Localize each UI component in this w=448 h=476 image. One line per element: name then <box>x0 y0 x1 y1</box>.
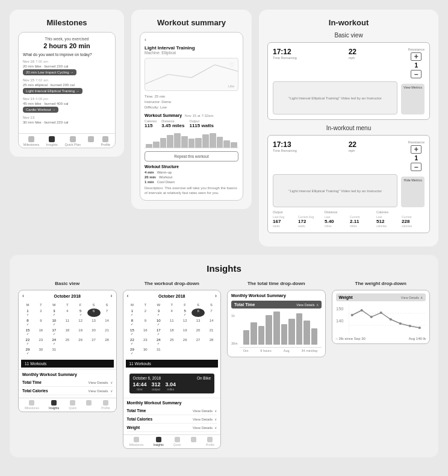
iw-calories-metric: Calories Last 512 calories Current 228 c… <box>376 210 425 228</box>
pbn-profile-2[interactable]: Profile <box>206 437 214 446</box>
milestone-btn-3[interactable]: Cardio Workout → <box>23 107 58 113</box>
summary-section-1: Monthly Workout Summary Total Time View … <box>19 369 116 398</box>
iw-menu-content: "Light Interval Elliptical Training" Vid… <box>273 174 425 207</box>
milestone-btn-1[interactable]: 20 min Low Impact Cycling → <box>23 69 76 75</box>
pbn-milestones-2[interactable]: Milestones <box>129 437 144 446</box>
pbn-2: Milestones Insights Quick Profile <box>123 434 221 448</box>
stat-output: Output 1115 watts <box>189 119 213 128</box>
hide-metrics-btn[interactable]: Hide Metrics <box>401 177 425 207</box>
milestone-entry-1: Nov 16 7:00 am 20 min bike · burned 230 … <box>23 60 111 75</box>
svg-line-0 <box>145 75 169 84</box>
workout-desc: Description: This exercise will take you… <box>145 186 238 196</box>
pbn-1: Milestones Insights Quick Profile <box>19 398 116 412</box>
cal-next-1[interactable]: › <box>110 293 112 299</box>
summary-section-2: Monthly Workout Summary Total Time View … <box>123 398 221 434</box>
structure-title: Workout Structure <box>145 164 238 169</box>
milestone-btn-2[interactable]: Light Interval Elliptical Training → <box>23 88 82 94</box>
calendar-grid-1: MTWTFSS123456789101112131415161718192021… <box>19 301 116 358</box>
insights-row: Basic view ‹ October 2018 › MTWTFSS12345… <box>18 281 430 449</box>
insights-totaltime-phone: Monthly Workout Summary Total Time View … <box>227 290 326 357</box>
cal-prev-2[interactable]: ‹ <box>127 293 129 299</box>
svg-line-1 <box>169 75 192 78</box>
insights-workout-title: The workout drop-down <box>123 281 222 286</box>
milestone-entry-3: Nov 14 4:08 pm 45 min bike · burned 400 … <box>23 97 111 113</box>
ws-section: Workout Summary Nov 15 at 7:32am <box>145 113 238 117</box>
iw-basic-content: "Light Interval Elliptical Training" Vid… <box>273 81 425 114</box>
weight-header: Weight View Details ∧ <box>336 293 426 301</box>
cal-prev-1[interactable]: ‹ <box>22 293 24 299</box>
workout-detail-panel: October 6, 2018 On Bike 14:44 time 312 <box>129 374 215 393</box>
weight-footer: – 2lb since Sep 30 Avg 149 lb <box>336 337 426 340</box>
iw-basic-time: 17:12 Time Remaining <box>273 48 297 60</box>
pbn-quick[interactable]: Quick <box>69 400 76 410</box>
total-calories-row-2: Total Calories View Details ∨ <box>127 415 217 424</box>
insights-weight-title: The weight drop-down <box>332 281 431 286</box>
like-label: Like <box>228 84 234 88</box>
iw-distance-metric: Distance Last 5.40 miles Current 2.11 mi… <box>325 210 373 228</box>
svg-line-3 <box>215 65 238 72</box>
time-chart-container: 1h 30m Oct 9 hours Aug 34 min/day <box>231 312 322 354</box>
milestone-desc-3: 45 min bike · burned 400 cal <box>23 102 111 105</box>
chart-x-labels: Oct 9 hours Aug 34 min/day <box>240 348 322 354</box>
structure-workout: 20 min Workout <box>145 175 238 179</box>
pbn-insights-2[interactable]: Insights <box>154 437 164 446</box>
insights-totaltime-col: The total time drop-down Monthly Workout… <box>227 281 326 357</box>
pbn-empty <box>86 400 92 410</box>
iw-menu-video-text: "Light Interval Elliptical Training" Vid… <box>286 187 384 195</box>
back-arrow[interactable]: ‹ <box>145 37 238 43</box>
pbn-insights[interactable]: Insights <box>49 400 59 410</box>
heart-icon[interactable]: ♡ <box>229 62 234 68</box>
basic-view-title: Basic view <box>267 32 430 39</box>
pbn-profile[interactable]: Profile <box>101 400 110 410</box>
insights-basic-col: Basic view ‹ October 2018 › MTWTFSS12345… <box>18 281 117 412</box>
pbn-milestones[interactable]: Milestones <box>25 400 39 410</box>
stat-calories: Calories 115 <box>145 119 157 128</box>
insights-section: Insights Basic view ‹ October 2018 › MTW… <box>10 255 438 457</box>
nav-empty <box>88 136 94 146</box>
total-time-row-1: Total Time View Details ∨ <box>22 378 113 387</box>
iw-menu-video: "Light Interval Elliptical Training" Vid… <box>273 174 397 207</box>
resistance-plus-btn-2[interactable]: + <box>411 145 422 154</box>
structure-warmup: 4 min Warm-up <box>145 171 238 174</box>
workout-graph <box>145 131 238 148</box>
structure-cooldown: 1 min Cool Down <box>145 180 238 184</box>
milestones-phone: This week, you exercised 2 hours 20 min … <box>18 32 116 148</box>
weight-row-2: Weight View Details ∨ <box>127 424 217 432</box>
svg-point-9 <box>350 314 353 316</box>
monthly-summary-title-2: Monthly Workout Summary <box>127 401 217 405</box>
nav-milestones[interactable]: Milestones <box>23 136 39 146</box>
workout-title: Workout summary <box>140 18 243 27</box>
cal-next-2[interactable]: › <box>215 293 217 299</box>
nav-quick[interactable]: Quick Plan <box>65 136 81 146</box>
menu-view-frame: 17:13 Time Remaining 22 mph Resistance +… <box>267 135 430 233</box>
view-metrics-btn[interactable]: View Metrics <box>401 84 425 114</box>
insights-weight-phone: Weight View Details ∧ 150 140 <box>332 290 431 344</box>
svg-point-11 <box>370 316 372 318</box>
pbn-quick-2[interactable]: Quick <box>173 437 181 446</box>
svg-point-14 <box>399 322 401 325</box>
nav-profile[interactable]: Profile <box>101 136 111 146</box>
stat-distance: Distance 3.45 miles <box>161 119 184 128</box>
resistance-plus-btn[interactable]: + <box>411 52 422 61</box>
svg-text:150: 150 <box>336 306 343 312</box>
calendar-grid-2: MTWTFSS123456789101112131415161718192021… <box>123 301 221 358</box>
milestone-desc-1: 20 min bike · burned 230 cal <box>23 64 111 68</box>
iw-menu-header: 17:13 Time Remaining 22 mph Resistance +… <box>273 140 425 171</box>
iw-video-text: "Light Interval Elliptical Training" Vid… <box>286 94 384 102</box>
workout-stats: Calories 115 Distance 3.45 miles Output … <box>145 119 238 128</box>
milestone-entry-4: Nov 13 30 min hike · burned 220 cal <box>23 116 111 124</box>
menu-title: In-workout menu <box>267 125 430 131</box>
weight-line-chart: 150 140 <box>336 304 426 334</box>
milestone-desc-4: 30 min hike · burned 220 cal <box>23 121 111 124</box>
svg-point-16 <box>418 327 420 329</box>
cal-month-2: October 2018 <box>158 294 185 298</box>
repeat-btn[interactable]: Repeat this workout <box>145 151 238 161</box>
nav-insights[interactable]: Insights <box>46 136 58 146</box>
insights-workout-col: The workout drop-down ‹ October 2018 › M… <box>123 281 222 449</box>
weight-card-inner: Weight View Details ∧ 150 140 <box>332 290 430 343</box>
iw-basic-bpm: 22 mph <box>349 48 356 60</box>
resistance-minus-btn-2[interactable]: – <box>411 163 422 171</box>
workout-phone: ‹ Light Interval Training Machine: Ellip… <box>140 32 243 201</box>
iw-basic-controls: Resistance + 1 – <box>408 48 425 78</box>
resistance-minus-btn[interactable]: – <box>411 70 422 78</box>
